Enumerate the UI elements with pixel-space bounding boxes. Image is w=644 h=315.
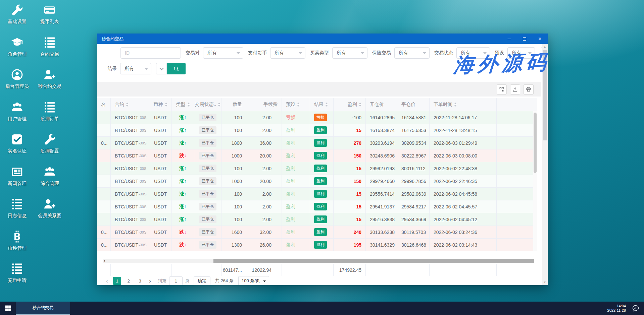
column-header[interactable]: 结果 bbox=[310, 98, 333, 111]
close-button[interactable]: ✕ bbox=[532, 34, 548, 44]
minimize-button[interactable]: ─ bbox=[501, 34, 517, 44]
desktop-shortcut-news[interactable]: 新闻管理 bbox=[3, 166, 32, 187]
desktop-shortcut-user-add[interactable]: 秒合约交易 bbox=[35, 69, 64, 89]
desktop-shortcut-card[interactable]: 提币列表 bbox=[35, 4, 64, 25]
column-header[interactable]: 合约 bbox=[110, 98, 149, 111]
desktop-shortcut-list[interactable]: 质押订单 bbox=[35, 101, 64, 122]
sort-icon[interactable] bbox=[325, 101, 328, 108]
scrollbar-thumb[interactable] bbox=[534, 113, 537, 173]
page-size-select[interactable]: 100 条/页 bbox=[238, 276, 269, 285]
window-titlebar[interactable]: 秒合约交易 ─ ✕ bbox=[97, 34, 548, 44]
sort-icon[interactable] bbox=[359, 101, 361, 108]
close-price-cell: 30126.6468 bbox=[401, 242, 426, 248]
filter-select[interactable]: 所有 bbox=[203, 47, 243, 59]
sort-icon[interactable] bbox=[297, 101, 300, 108]
filter-select[interactable]: 所有 bbox=[507, 47, 535, 59]
filter-select[interactable]: 所有 bbox=[456, 47, 490, 59]
table-cell: 盈利 bbox=[310, 213, 333, 226]
page-button[interactable]: 2 bbox=[125, 277, 133, 285]
filter-select[interactable]: 所有 bbox=[270, 47, 305, 59]
scroll-up-arrow-icon[interactable]: ▲ bbox=[542, 45, 548, 48]
goto-page-input[interactable] bbox=[169, 276, 183, 285]
next-page-button[interactable]: › bbox=[149, 277, 151, 285]
clock-date: 2022-11-28 bbox=[607, 308, 626, 313]
table-row[interactable]: BTC/USDT-30SUSDT涨↑已平仓1002.00盈利盈利1529992.… bbox=[97, 162, 537, 175]
column-header[interactable]: 盈利 bbox=[333, 98, 365, 111]
taskbar-clock[interactable]: 14:04 2022-11-28 bbox=[607, 304, 626, 313]
table-cell: USDT bbox=[149, 124, 171, 136]
column-header[interactable]: 预设 bbox=[282, 98, 310, 111]
desktop-shortcut-user-circle[interactable]: 后台管理员 bbox=[3, 69, 32, 89]
table-row[interactable]: BTC/USDT-30SUSDT跌↓已平仓100020.00盈利盈利150302… bbox=[97, 149, 537, 162]
start-button[interactable] bbox=[0, 302, 16, 315]
sort-icon[interactable] bbox=[218, 101, 220, 108]
column-header[interactable]: 平仓价 bbox=[397, 98, 429, 111]
column-header[interactable]: 类型 bbox=[171, 98, 194, 111]
desktop-shortcut-list[interactable]: 充币申请 bbox=[3, 263, 32, 284]
sort-icon[interactable] bbox=[165, 101, 167, 108]
column-header[interactable]: 数量 bbox=[221, 98, 246, 111]
table-row[interactable]: BTC/USDT-30SUSDT涨↑已平仓1002.00盈利盈利1529556.… bbox=[97, 188, 537, 200]
table-row[interactable]: 0...BTC/USDT-30SUSDT跌↓已平仓160032.00盈利盈利24… bbox=[97, 226, 537, 239]
desktop-shortcut-user-add[interactable]: 会员关系图 bbox=[35, 198, 64, 219]
search-button[interactable] bbox=[167, 63, 186, 74]
preset-cell: 盈利 bbox=[286, 140, 295, 146]
taskbar-item-app[interactable]: 秒合约交易 bbox=[16, 302, 70, 315]
desktop-shortcut-wrench[interactable]: 质押配置 bbox=[35, 133, 64, 154]
column-header-label: 预设 bbox=[286, 102, 295, 108]
quantity-cell: 100 bbox=[234, 166, 242, 171]
confirm-button[interactable]: 确定 bbox=[194, 276, 210, 285]
page-button[interactable]: 3 bbox=[136, 277, 144, 285]
contract-spec: -30S bbox=[139, 141, 146, 145]
table-vertical-scrollbar[interactable] bbox=[533, 111, 537, 251]
desktop-shortcut-wrench[interactable]: 基础设置 bbox=[3, 4, 32, 25]
table-row[interactable]: BTC/USDT-30SUSDT涨↑已平仓1002.00亏损亏损-1001614… bbox=[97, 111, 537, 124]
scrollbar-thumb[interactable] bbox=[543, 50, 547, 140]
table-row[interactable]: BTC/USDT-30SUSDT涨↑已平仓1002.00盈利盈利1529516.… bbox=[97, 213, 537, 226]
filter-select-result[interactable]: 所有 bbox=[120, 63, 151, 74]
column-header[interactable]: 手续费 bbox=[246, 98, 282, 111]
export-button[interactable] bbox=[510, 84, 520, 94]
chat-icon[interactable] bbox=[632, 305, 639, 312]
prev-page-button[interactable]: ‹ bbox=[106, 277, 108, 285]
table-row[interactable]: BTC/USDT-30SUSDT涨↑已平仓1002.00盈利盈利1516163.… bbox=[97, 124, 537, 137]
desktop-shortcut-cap[interactable]: 角色管理 bbox=[3, 37, 32, 57]
scroll-down-arrow-icon[interactable]: ▼ bbox=[542, 281, 548, 284]
desktop-shortcut-list[interactable]: 日志信息 bbox=[3, 198, 32, 219]
id-search-input[interactable] bbox=[120, 47, 181, 59]
column-header[interactable]: 名 bbox=[97, 98, 110, 111]
column-header[interactable]: 币种 bbox=[149, 98, 171, 111]
desktop-shortcut-list[interactable]: 合约交易 bbox=[35, 37, 64, 57]
table-row[interactable]: 0...BTC/USDT-30SUSDT涨↑已平仓180036.00盈利盈利27… bbox=[97, 137, 537, 149]
sort-icon[interactable] bbox=[187, 101, 190, 108]
scrollbar-thumb[interactable] bbox=[213, 259, 534, 263]
goto-label: 到第 bbox=[158, 278, 166, 284]
sort-icon[interactable] bbox=[126, 101, 129, 108]
window-scrollbar[interactable]: ▲ ▼ bbox=[542, 44, 548, 285]
filter-select[interactable]: 所有 bbox=[394, 47, 430, 59]
filter-select[interactable]: 所有 bbox=[332, 47, 367, 59]
scroll-left-arrow-icon[interactable]: ◂ bbox=[103, 259, 105, 263]
contract-cell: BTC/USDT bbox=[115, 153, 138, 159]
sort-icon[interactable] bbox=[454, 101, 457, 108]
table-cell: 跌↓ bbox=[171, 226, 194, 238]
table-row[interactable]: 0...BTC/USDT-30SUSDT跌↓已平仓130026.00盈利盈利19… bbox=[97, 239, 537, 251]
table-row[interactable]: BTC/USDT-30SUSDT涨↑已平仓100020.00盈利盈利150299… bbox=[97, 175, 537, 188]
desktop-shortcut-bitcoin[interactable]: 币种管理 bbox=[3, 231, 32, 251]
column-filter-button[interactable] bbox=[497, 84, 507, 94]
maximize-button[interactable] bbox=[517, 34, 532, 44]
horizontal-scrollbar[interactable]: ◂ bbox=[103, 259, 534, 263]
desktop-shortcut-users[interactable]: 用户管理 bbox=[3, 101, 32, 122]
open-price-cell: 29516.3838 bbox=[370, 217, 395, 222]
column-header[interactable]: 交易状态.. bbox=[194, 98, 221, 111]
desktop-shortcut-check[interactable]: 实名认证 bbox=[3, 133, 32, 154]
print-button[interactable] bbox=[524, 84, 534, 94]
table-row[interactable]: BTC/USDT-30SUSDT涨↑已平仓1002.00盈利盈利1529541.… bbox=[97, 200, 537, 213]
quantity-cell: 100 bbox=[234, 204, 242, 209]
collapse-filters-button[interactable] bbox=[156, 63, 167, 74]
user-cell: 0... bbox=[101, 242, 107, 248]
desktop-shortcut-users[interactable]: 综合管理 bbox=[35, 166, 64, 187]
page-button[interactable]: 1 bbox=[113, 277, 121, 285]
column-header[interactable]: 开仓价 bbox=[365, 98, 397, 111]
column-header[interactable]: 下单时间 bbox=[429, 98, 496, 111]
